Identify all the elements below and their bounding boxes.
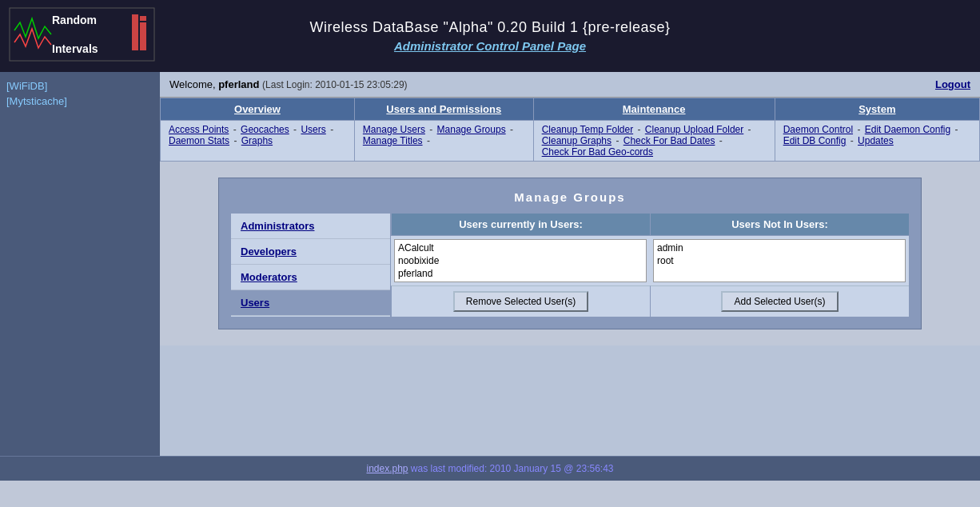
nav-link-manage-titles[interactable]: Manage Titles: [363, 135, 423, 146]
nav-cell-maintenance: Cleanup Temp Folder - Cleanup Upload Fol…: [533, 121, 775, 162]
nav-link-edit-daemon-config[interactable]: Edit Daemon Config: [865, 124, 950, 135]
nav-link-check-bad-geo[interactable]: Check For Bad Geo-cords: [542, 146, 653, 158]
nav-header-overview: Overview: [161, 98, 355, 121]
logo-area: Random Intervals: [8, 6, 156, 62]
nav-link-cleanup-upload[interactable]: Cleanup Upload Folder: [645, 124, 743, 135]
nav-table: Overview Users and Permissions Maintenan…: [160, 98, 980, 162]
nav-link-users-nav[interactable]: Users: [301, 124, 325, 135]
nav-link-manage-users[interactable]: Manage Users: [363, 124, 425, 135]
nav-link-updates[interactable]: Updates: [858, 135, 894, 146]
manage-groups-body: Administrators Developers Moderators Use…: [231, 214, 909, 317]
user-item-acalcult[interactable]: ACalcult: [396, 242, 644, 254]
svg-rect-7: [140, 16, 146, 21]
manage-groups-title: Manage Groups: [231, 190, 909, 204]
current-users-footer: Remove Selected User(s): [391, 285, 650, 317]
sidebar: [WiFiDB] [Mytsticache]: [0, 72, 160, 456]
nav-link-manage-groups[interactable]: Manage Groups: [437, 124, 506, 135]
nav-cell-users-perms: Manage Users - Manage Groups - Manage Ti…: [354, 121, 533, 162]
manage-groups-panel: Manage Groups Administrators Developers …: [218, 178, 922, 329]
nav-link-cleanup-graphs[interactable]: Cleanup Graphs: [542, 135, 612, 146]
nav-header-system: System: [775, 98, 979, 121]
group-sidebar: Administrators Developers Moderators Use…: [231, 214, 391, 317]
nav-link-geocaches[interactable]: Geocaches: [241, 124, 289, 135]
current-users-listbox[interactable]: ACalcult noobixide pferland: [394, 239, 647, 282]
remove-selected-button[interactable]: Remove Selected User(s): [453, 291, 588, 312]
group-item-moderators[interactable]: Moderators: [231, 265, 390, 290]
content-area: Welcome, pferland (Last Login: 2010-01-1…: [160, 72, 980, 456]
svg-rect-5: [140, 22, 146, 50]
user-item-root[interactable]: root: [655, 254, 903, 267]
welcome-text: Welcome, pferland (Last Login: 2010-01-1…: [169, 78, 408, 90]
nav-link-daemon-stats[interactable]: Daemon Stats: [169, 135, 229, 146]
app-title: Wireless DataBase "Alpha" 0.20 Build 1 {…: [309, 19, 670, 36]
user-item-admin[interactable]: admin: [655, 242, 903, 254]
main-layout: [WiFiDB] [Mytsticache] Welcome, pferland…: [0, 72, 980, 456]
user-item-pferland[interactable]: pferland: [396, 267, 644, 280]
not-in-users-col: Users Not In Users: admin root Add Selec…: [650, 214, 909, 317]
nav-link-cleanup-temp[interactable]: Cleanup Temp Folder: [542, 124, 634, 135]
add-selected-button[interactable]: Add Selected User(s): [721, 291, 838, 312]
group-item-users[interactable]: Users: [231, 290, 390, 316]
footer-link[interactable]: index.php: [366, 463, 408, 474]
user-panels: Users currently in Users: ACalcult noobi…: [391, 214, 909, 317]
user-item-noobixide[interactable]: noobixide: [396, 254, 644, 267]
app-header: Random Intervals Wireless DataBase "Alph…: [0, 0, 980, 72]
user-panels-header: Users currently in Users: ACalcult noobi…: [391, 214, 909, 317]
welcome-prefix: Welcome,: [169, 78, 218, 90]
logo-svg: Random Intervals: [8, 6, 156, 62]
group-item-developers[interactable]: Developers: [231, 239, 390, 265]
nav-link-access-points[interactable]: Access Points: [169, 124, 229, 135]
footer-text: was last modified: 2010 January 15 @ 23:…: [408, 463, 614, 474]
footer: index.php was last modified: 2010 Januar…: [0, 456, 980, 481]
nav-header-users-perms: Users and Permissions: [354, 98, 533, 121]
nav-link-daemon-control[interactable]: Daemon Control: [783, 124, 853, 135]
group-item-administrators[interactable]: Administrators: [231, 214, 390, 239]
current-users-header: Users currently in Users:: [391, 214, 650, 236]
nav-link-check-bad-dates[interactable]: Check For Bad Dates: [623, 135, 715, 146]
nav-cell-overview: Access Points - Geocaches - Users - Daem…: [161, 121, 355, 162]
nav-link-edit-db-config[interactable]: Edit DB Config: [783, 135, 847, 146]
logout-link[interactable]: Logout: [935, 78, 970, 90]
welcome-username: pferland: [218, 78, 259, 90]
svg-text:Random: Random: [52, 14, 97, 26]
svg-text:Intervals: Intervals: [52, 42, 98, 55]
nav-cell-system: Daemon Control - Edit Daemon Config - Ed…: [775, 121, 979, 162]
current-users-col: Users currently in Users: ACalcult noobi…: [391, 214, 650, 317]
nav-header-maintenance: Maintenance: [533, 98, 775, 121]
svg-rect-4: [132, 18, 138, 50]
app-subtitle: Administrator Control Panel Page: [309, 39, 670, 53]
not-in-users-footer: Add Selected User(s): [650, 285, 909, 317]
not-in-users-header: Users Not In Users:: [650, 214, 909, 236]
not-in-users-listbox[interactable]: admin root: [653, 239, 906, 282]
svg-rect-6: [132, 14, 138, 18]
sidebar-link-wifidb[interactable]: [WiFiDB]: [6, 80, 153, 92]
welcome-lastlogin: (Last Login: 2010-01-15 23:05:29): [262, 79, 407, 90]
sidebar-link-mytsticache[interactable]: [Mytsticache]: [6, 95, 153, 107]
page-content: Manage Groups Administrators Developers …: [160, 162, 980, 345]
welcome-bar: Welcome, pferland (Last Login: 2010-01-1…: [160, 72, 980, 98]
nav-link-graphs[interactable]: Graphs: [241, 135, 273, 146]
header-text: Wireless DataBase "Alpha" 0.20 Build 1 {…: [309, 19, 670, 53]
